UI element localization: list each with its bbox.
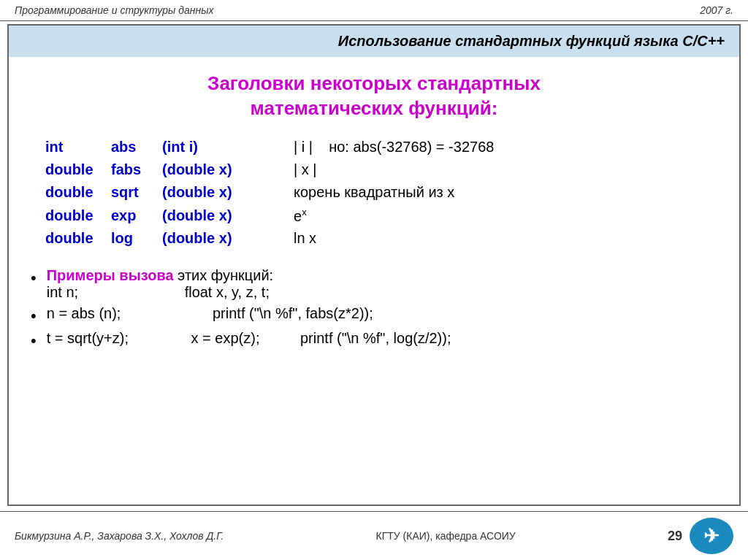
airplane-icon: ✈ [690,518,733,554]
code-xexp: x = exp(z); [191,330,260,347]
bullet-section-1: • Примеры вызова этих функций: int n; fl… [9,257,739,361]
func-desc-5: ln x [294,230,316,247]
header-year: 2007 г. [700,4,733,16]
bullet-dot-1: • [31,269,37,288]
bullet-black-text: этих функций: [174,267,274,283]
func-params-3: (double x) [162,184,294,201]
functions-table: int abs (int i) | i | но: abs(-32768) = … [9,129,739,258]
func-row-log: double log (double x) ln x [45,227,703,250]
func-row-fabs: double fabs (double x) | x | [45,158,703,181]
func-type-5: double [45,230,111,247]
func-name-2: fabs [111,161,162,178]
func-row-sqrt: double sqrt (double x) корень квадратный… [45,181,703,204]
code-int-n: int n; [47,284,78,301]
func-name-5: log [111,230,162,247]
bullet-pink-text: Примеры вызова [47,267,174,283]
bullet-content-3: t = sqrt(y+z); x = exp(z); printf ("\n %… [47,330,717,347]
func-name-3: sqrt [111,184,162,201]
slide-container: Использование стандартных функций языка … [7,24,741,506]
func-params-4: (double x) [162,207,294,224]
code-tsqrt: t = sqrt(y+z); [47,330,129,347]
func-type-3: double [45,184,111,201]
footer-right: 29 ✈ [668,518,733,554]
func-row-exp: double exp (double x) ex [45,204,703,228]
func-params-5: (double x) [162,230,294,247]
func-type-1: int [45,139,111,156]
footer-authors: Бикмурзина А.Р., Захарова З.Х., Хохлов Д… [15,530,224,542]
bullet-dot-3: • [31,331,37,350]
func-params-1: (int i) [162,139,294,156]
header-title: Программирование и структуры данных [15,4,214,16]
func-type-2: double [45,161,111,178]
code-printf2: printf ("\n %f", log(z/2)); [300,330,451,346]
footer-institution: КГТУ (КАИ), кафедра АСОИУ [376,530,516,542]
subtitle-line1: Заголовки некоторых стандартных [207,72,541,94]
bullet-item-2: • n = abs (n); printf ("\n %f", fabs(z*2… [31,305,717,326]
func-name-4: exp [111,207,162,224]
func-desc-1: | i | но: abs(-32768) = -32768 [294,139,494,156]
bullet-item-3: • t = sqrt(y+z); x = exp(z); printf ("\n… [31,330,717,350]
header: Программирование и структуры данных 2007… [0,0,748,21]
slide-title: Использование стандартных функций языка … [338,33,725,49]
page-number: 29 [668,529,682,544]
code-printf1: printf ("\n %f", fabs(z*2)); [213,305,373,321]
func-type-4: double [45,207,111,224]
func-desc-2: | x | [294,161,317,178]
title-bar: Использование стандартных функций языка … [9,26,739,57]
func-row-abs: int abs (int i) | i | но: abs(-32768) = … [45,136,703,158]
func-name-1: abs [111,139,162,156]
func-params-2: (double x) [162,161,294,178]
subtitle: Заголовки некоторых стандартных математи… [9,57,739,129]
bullet-dot-2: • [31,307,37,326]
bullet-content-1: Примеры вызова этих функций: int n; floa… [47,267,717,301]
func-desc-3: корень квадратный из x [294,184,454,201]
bullet-item-1: • Примеры вызова этих функций: int n; fl… [31,267,717,301]
footer: Бикмурзина А.Р., Захарова З.Х., Хохлов Д… [0,511,748,560]
code-nabs: n = abs (n); [47,305,121,322]
bullet-content-2: n = abs (n); printf ("\n %f", fabs(z*2))… [47,305,717,322]
code-float: float x, y, z, t; [185,284,270,300]
func-desc-4: ex [294,207,307,225]
subtitle-line2: математических функций: [251,97,498,119]
